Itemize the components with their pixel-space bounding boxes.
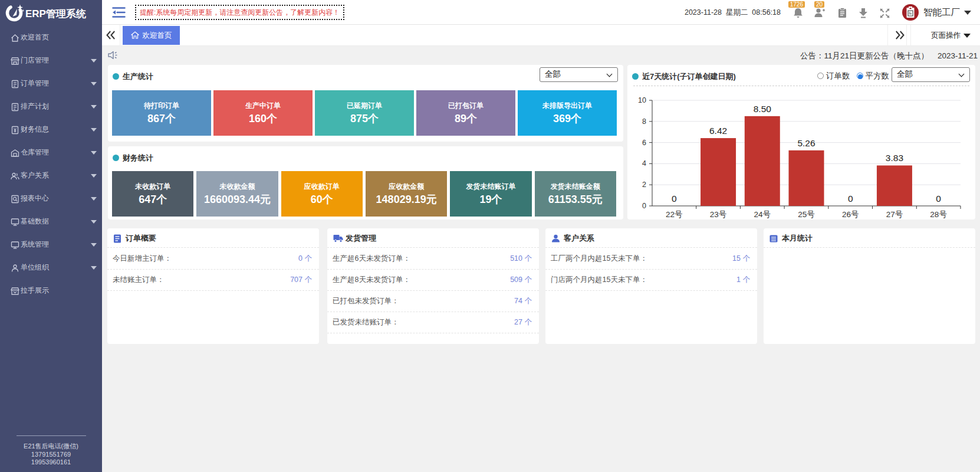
- svg-text:22号: 22号: [666, 210, 683, 219]
- svg-text:4: 4: [642, 159, 646, 168]
- svg-text:28号: 28号: [930, 210, 947, 219]
- svg-text:0: 0: [672, 194, 677, 204]
- svg-text:26号: 26号: [842, 210, 859, 219]
- svg-text:10: 10: [638, 96, 646, 104]
- svg-text:0: 0: [848, 194, 853, 204]
- svg-text:6.42: 6.42: [709, 126, 727, 136]
- svg-text:24号: 24号: [754, 210, 771, 219]
- svg-text:0: 0: [642, 202, 646, 210]
- svg-text:6: 6: [642, 139, 646, 147]
- svg-text:25号: 25号: [798, 210, 815, 219]
- svg-text:2: 2: [642, 181, 646, 189]
- svg-text:0: 0: [936, 194, 941, 204]
- svg-text:23号: 23号: [710, 210, 727, 219]
- svg-text:5.26: 5.26: [797, 138, 815, 148]
- svg-text:3.83: 3.83: [886, 153, 903, 163]
- svg-text:8: 8: [642, 117, 646, 126]
- svg-text:8.50: 8.50: [754, 104, 772, 114]
- svg-text:27号: 27号: [886, 210, 903, 219]
